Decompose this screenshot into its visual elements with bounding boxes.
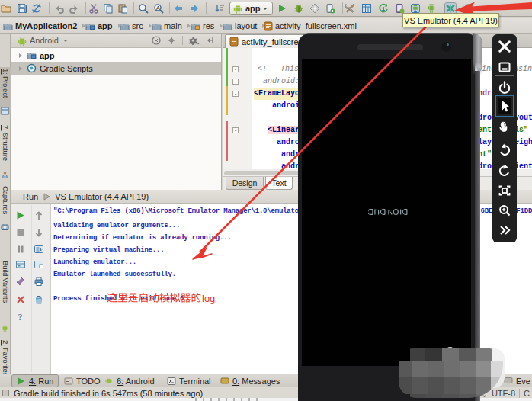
hscrollbar-thumb[interactable]	[224, 171, 299, 175]
text-tab[interactable]: Text	[265, 177, 293, 190]
console-close-button[interactable]	[15, 294, 26, 305]
find-button[interactable]	[138, 3, 149, 14]
emulator-zoom-button[interactable]	[498, 202, 511, 219]
avd-manager-button[interactable]	[410, 3, 421, 14]
vs-emulator-window[interactable]: android	[298, 33, 482, 401]
fold-marker[interactable]: -	[232, 91, 239, 97]
toolwindow-tab-todo[interactable]: TODO	[59, 375, 105, 387]
console-print-button[interactable]	[34, 276, 44, 287]
sort-button[interactable]	[214, 3, 225, 14]
emulator-fit-to-screen-button[interactable]	[498, 182, 511, 199]
breadcrumb-item[interactable]: app	[85, 20, 123, 32]
console-pause-button[interactable]	[15, 244, 26, 255]
breadcrumb-item[interactable]: activity_fullscreen.xml	[264, 20, 357, 32]
console-clear-button[interactable]	[34, 294, 44, 305]
toolwindow-tab-terminal[interactable]: Terminal	[162, 375, 216, 387]
tools-button[interactable]	[345, 3, 355, 14]
console-line[interactable]: Launching emulator...	[53, 258, 136, 266]
console-scroll-to-end-button[interactable]	[34, 244, 44, 255]
console-pin-button[interactable]	[15, 276, 26, 287]
emulator-minimize-button[interactable]	[498, 59, 511, 75]
breadcrumb-item[interactable]: src	[120, 20, 153, 32]
save-button[interactable]	[17, 3, 27, 14]
paste-button[interactable]	[117, 3, 128, 14]
copy-button[interactable]	[103, 3, 114, 14]
fold-marker[interactable]: -	[232, 79, 239, 85]
run-button[interactable]	[277, 3, 287, 14]
emulator-hand-button[interactable]	[498, 120, 511, 136]
debug-button[interactable]	[293, 3, 304, 14]
console-rerun-button[interactable]	[15, 210, 26, 221]
gradle-icon	[27, 63, 37, 73]
console-stop-button[interactable]	[15, 227, 26, 238]
settings-gear-icon	[189, 36, 200, 45]
print-icon	[34, 276, 44, 287]
editor-tab[interactable]: activity_fullscree	[225, 34, 309, 48]
run-title: Run	[23, 192, 38, 201]
stripe-tab[interactable]: Build Variants	[0, 259, 11, 322]
stripe-toggle-icon[interactable]	[2, 390, 9, 396]
project-view-selector[interactable]: Android	[30, 36, 59, 45]
cut-button[interactable]	[88, 3, 99, 14]
breadcrumb-item[interactable]: MyApplication2	[3, 20, 87, 32]
run-config-name: VS Emulator (4.4 API 19)	[55, 192, 149, 201]
replace-button[interactable]: A	[153, 3, 164, 14]
console-up-button[interactable]	[34, 210, 44, 221]
breadcrumb-item[interactable]: main	[152, 20, 192, 32]
breadcrumb-item[interactable]: layout	[223, 20, 267, 32]
undo-button[interactable]	[54, 3, 65, 14]
hand-icon	[498, 121, 511, 135]
stripe-tab[interactable]: 7: Structure	[0, 124, 11, 169]
console-line[interactable]: Emulator launched successfully.	[53, 271, 176, 278]
console-line[interactable]: Validating emulator arguments...	[53, 222, 180, 229]
emulator-rotate-right-button[interactable]	[498, 162, 511, 179]
design-tab-label: Design	[232, 178, 258, 188]
console-soft-wrap-button[interactable]	[34, 259, 44, 270]
console-line[interactable]: Preparing virtual machine...	[53, 246, 164, 254]
folder-app-icon	[85, 21, 95, 31]
console-line[interactable]: Determining if emulator is already runni…	[53, 234, 232, 242]
emulator-more-button[interactable]	[498, 222, 511, 239]
console-restore-layout-button[interactable]	[15, 259, 26, 270]
emulator-close-button[interactable]	[498, 38, 511, 55]
breadcrumb-item[interactable]: res	[191, 20, 224, 32]
soft-wrap-icon	[34, 259, 44, 270]
emulator-power-button[interactable]	[498, 79, 511, 96]
fold-marker[interactable]: -	[232, 66, 239, 72]
status-message[interactable]: Gradle build finished in 6s 547ms (58 mi…	[14, 389, 203, 398]
device-monitor-button[interactable]	[394, 3, 405, 14]
toolwindow-tab-label: 6: Android	[117, 377, 155, 386]
back-button[interactable]	[173, 3, 184, 14]
event-log-button[interactable]: Eve	[504, 375, 530, 387]
project-structure-button[interactable]	[361, 3, 372, 14]
emulator-cursor-button[interactable]	[498, 98, 511, 114]
stripe-tab-label: Captures	[2, 186, 10, 214]
tree-row-gradle-scripts[interactable]: Gradle Scripts	[11, 62, 221, 75]
chevron-right-icon	[18, 66, 24, 72]
emulator-rotate-left-button[interactable]	[498, 142, 511, 159]
android-boot-logo: android	[368, 208, 408, 216]
folder-src-icon	[120, 21, 130, 31]
sdk-manager-button[interactable]	[426, 3, 437, 14]
toolwindow-tab-android[interactable]: 6: Android	[100, 375, 159, 387]
console-help-button[interactable]: ?	[15, 311, 26, 322]
sync-button[interactable]	[31, 3, 42, 14]
open-button[interactable]	[1, 3, 11, 14]
toolwindow-tab-messages[interactable]: 0: Messages	[216, 375, 284, 387]
design-tab[interactable]: Design	[226, 177, 264, 190]
console-down-button[interactable]	[34, 227, 44, 238]
help-button[interactable]: ?	[463, 3, 474, 14]
toolwindow-tab-run[interactable]: 4: Run	[12, 375, 58, 387]
run-config-chooser[interactable]: app	[229, 2, 273, 15]
tree-row-app[interactable]: app	[11, 49, 221, 62]
encoding-widget[interactable]: UTF-8	[492, 389, 515, 398]
forward-button[interactable]	[189, 3, 200, 14]
scroll-to-end-icon	[34, 244, 44, 255]
coverage-button[interactable]	[309, 3, 320, 14]
redo-button[interactable]	[69, 3, 79, 14]
stripe-tab[interactable]: Captures	[0, 184, 11, 221]
android-icon	[232, 3, 243, 14]
attach-debugger-button[interactable]	[325, 3, 335, 14]
gradle-sync-button[interactable]	[378, 3, 389, 14]
fold-marker[interactable]: -	[232, 127, 239, 133]
